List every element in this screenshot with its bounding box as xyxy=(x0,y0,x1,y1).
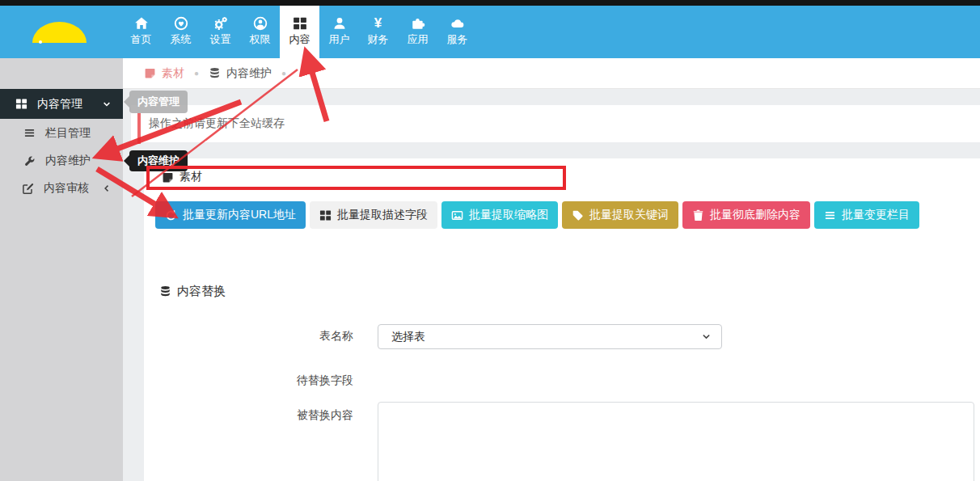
database-icon xyxy=(209,67,221,79)
chevron-down-icon xyxy=(701,331,712,342)
batch-extract-description-button[interactable]: 批量提取描述字段 xyxy=(310,201,437,229)
user-circle-icon xyxy=(253,16,268,31)
batch-actions-row: 批量更新内容URL地址 批量提取描述字段 批量提取缩略图 批量提取关键词 批量彻… xyxy=(155,201,923,229)
chevron-down-icon xyxy=(102,99,112,109)
breadcrumb: 素材 ● 内容维护 ● xyxy=(123,58,980,89)
topnav-label: 内容 xyxy=(280,33,319,45)
sidebar-item-label: 内容审核 xyxy=(44,181,89,196)
tooltip-content-management: 内容管理 xyxy=(129,91,188,113)
top-navbar: 首页 系统 设置 权限 内容 用户 ¥ 财务 应用 服务 xyxy=(0,6,980,58)
topnav-item-services[interactable]: 服务 xyxy=(437,6,477,58)
button-label: 批量变更栏目 xyxy=(842,208,910,222)
cache-alert: 操作之前请更新下全站缓存 xyxy=(131,105,980,142)
button-label: 批量提取关键词 xyxy=(589,208,669,222)
button-label: 批量提取缩略图 xyxy=(469,208,548,222)
refresh-icon xyxy=(165,209,177,222)
batch-delete-content-button[interactable]: 批量彻底删除内容 xyxy=(682,201,810,229)
system-icon xyxy=(174,16,188,31)
note-icon xyxy=(162,171,174,184)
sidebar-item-content-review[interactable]: 内容审核 xyxy=(0,175,123,202)
table-select-value: 选择表 xyxy=(391,330,425,344)
edit-icon xyxy=(22,183,34,195)
batch-extract-keywords-button[interactable]: 批量提取关键词 xyxy=(562,201,678,229)
breadcrumb-separator-dot: ● xyxy=(281,69,286,78)
topnav-label: 系统 xyxy=(161,33,201,45)
topnav-label: 首页 xyxy=(121,33,161,45)
finance-yen-icon: ¥ xyxy=(371,16,386,31)
breadcrumb-label: 内容维护 xyxy=(226,66,272,81)
tooltip-text: 内容维护 xyxy=(137,154,180,168)
sidebar-item-label: 内容管理 xyxy=(37,97,82,112)
batch-update-url-button[interactable]: 批量更新内容URL地址 xyxy=(155,201,306,229)
topnav-item-user[interactable]: 用户 xyxy=(319,6,359,58)
table-name-label: 表名称 xyxy=(144,329,353,344)
topnav-item-home[interactable]: 首页 xyxy=(121,6,161,58)
batch-change-column-button[interactable]: 批量变更栏目 xyxy=(814,201,919,229)
content-grid-icon xyxy=(293,16,307,31)
sidebar-item-content-management[interactable]: 内容管理 xyxy=(0,89,123,119)
topnav-item-content[interactable]: 内容 xyxy=(280,6,319,58)
apps-puzzle-icon xyxy=(411,16,425,31)
tag-icon xyxy=(572,209,584,222)
sidebar-item-column-management[interactable]: 栏目管理 xyxy=(0,119,123,147)
topnav-item-system[interactable]: 系统 xyxy=(161,6,201,58)
topnav-label: 服务 xyxy=(437,33,477,45)
logo[interactable] xyxy=(32,22,87,43)
breadcrumb-separator-dot: ● xyxy=(194,69,199,78)
sidebar-item-label: 内容维护 xyxy=(45,154,91,168)
button-label: 批量更新内容URL地址 xyxy=(183,208,296,222)
panel-title-text: 素材 xyxy=(180,170,202,184)
breadcrumb-item-content-maintenance[interactable]: 内容维护 xyxy=(209,66,272,81)
replaced-content-label: 被替换内容 xyxy=(144,408,353,423)
material-panel: 素材 批量更新内容URL地址 批量提取描述字段 批量提取缩略图 批量提取关键词 … xyxy=(144,158,980,481)
batch-extract-thumbnail-button[interactable]: 批量提取缩略图 xyxy=(441,201,558,229)
logo-dot xyxy=(39,40,42,44)
panel-title: 素材 xyxy=(162,170,202,184)
database-icon xyxy=(159,285,171,297)
list-icon xyxy=(23,127,36,139)
trash-icon xyxy=(692,209,704,222)
topnav-label: 应用 xyxy=(398,33,437,45)
topnav-label: 权限 xyxy=(240,33,280,45)
content-replace-section-title: 内容替换 xyxy=(159,284,226,299)
grid-icon xyxy=(319,209,332,222)
button-label: 批量提取描述字段 xyxy=(337,208,428,222)
settings-gears-icon xyxy=(213,16,228,31)
tooltip-text: 内容管理 xyxy=(137,95,180,109)
topnav-item-apps[interactable]: 应用 xyxy=(398,6,437,58)
top-black-strip xyxy=(0,0,980,6)
topnav-label: 用户 xyxy=(319,33,359,45)
user-icon xyxy=(332,16,347,31)
sidebar-item-content-maintenance[interactable]: 内容维护 xyxy=(0,147,123,175)
bars-icon xyxy=(824,209,836,222)
topnav-item-finance[interactable]: ¥ 财务 xyxy=(358,6,398,58)
cache-alert-text: 操作之前请更新下全站缓存 xyxy=(149,116,285,131)
section-title-text: 内容替换 xyxy=(177,284,226,299)
services-cloud-icon xyxy=(450,16,465,31)
wrench-icon xyxy=(23,155,36,167)
button-label: 批量彻底删除内容 xyxy=(710,208,800,222)
breadcrumb-label: 素材 xyxy=(162,66,184,81)
tooltip-content-maintenance: 内容维护 xyxy=(129,150,188,171)
field-to-replace-label: 待替换字段 xyxy=(144,373,353,388)
sidebar: 内容管理 栏目管理 内容维护 内容审核 xyxy=(0,58,123,481)
table-select[interactable]: 选择表 xyxy=(378,324,722,349)
home-icon xyxy=(134,16,149,31)
topnav-item-permission[interactable]: 权限 xyxy=(240,6,280,58)
sidebar-item-label: 栏目管理 xyxy=(45,126,91,141)
topnav-item-settings[interactable]: 设置 xyxy=(201,6,240,58)
replaced-content-textarea[interactable] xyxy=(378,402,974,481)
topnav-label: 设置 xyxy=(201,33,240,45)
grid-icon xyxy=(15,98,27,110)
topnav-label: 财务 xyxy=(358,33,398,45)
note-icon xyxy=(144,67,156,79)
chevron-left-icon xyxy=(102,184,112,193)
image-icon xyxy=(451,209,463,222)
breadcrumb-item-material[interactable]: 素材 xyxy=(144,66,184,81)
